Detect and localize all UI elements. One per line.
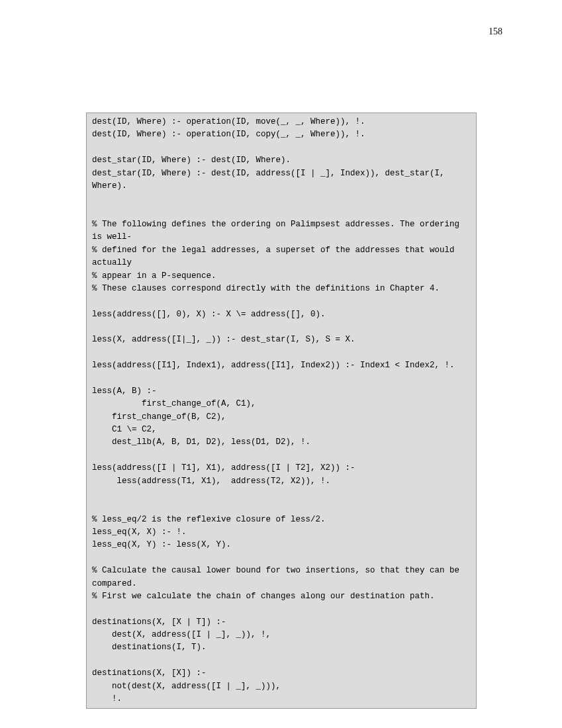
code-listing: dest(ID, Where) :- operation(ID, move(_,…	[86, 113, 477, 709]
page-number: 158	[489, 26, 502, 37]
